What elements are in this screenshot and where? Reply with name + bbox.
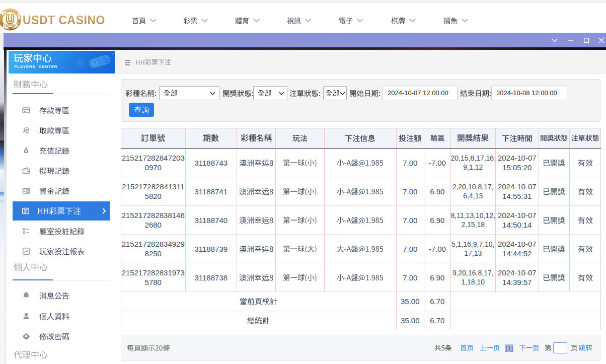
svg-text:Casino: Casino xyxy=(6,23,15,26)
